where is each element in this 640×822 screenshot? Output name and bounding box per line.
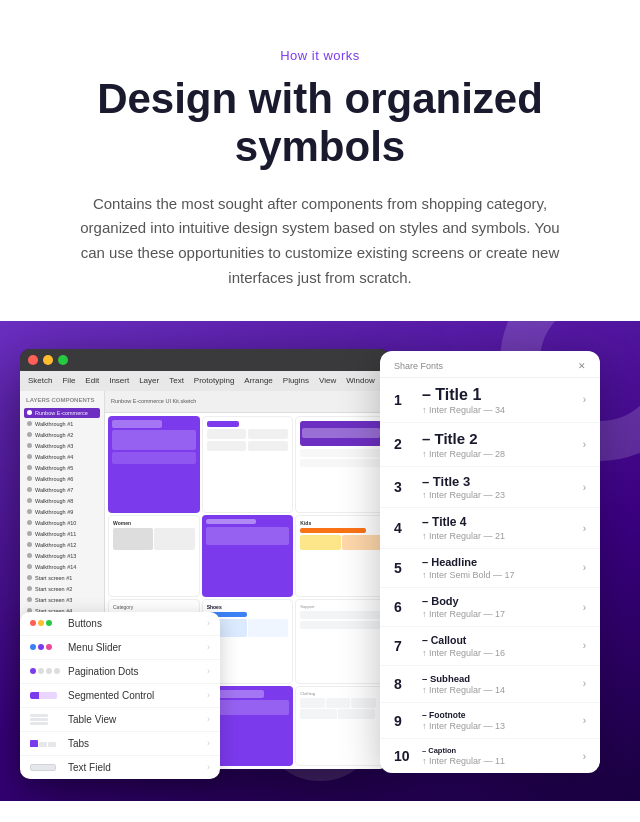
screen-card-1 [108, 416, 200, 514]
screen-card-6: Kids [295, 515, 387, 597]
element-pagination[interactable]: Pagination Dots › [20, 660, 220, 684]
how-it-works-label: How it works [60, 48, 580, 63]
element-arrow-text-field: › [207, 762, 210, 772]
menu-item-3[interactable]: 4 – Title 4 ↑ Inter Regular — 21 › [380, 508, 600, 548]
element-menu-slider[interactable]: Menu Slider › [20, 636, 220, 660]
screen-card-9: Support [295, 599, 387, 684]
typography-menu-panel: Share Fonts ✕ 1 – Title 1 ↑ Inter Regula… [380, 351, 600, 774]
sidebar-item-16[interactable]: Start screen #2 [24, 584, 100, 594]
sidebar-item-11[interactable]: Walkthrough #11 [24, 529, 100, 539]
sidebar-item-8[interactable]: Walkthrough #8 [24, 496, 100, 506]
menu-item-7[interactable]: 8 – Subhead ↑ Inter Regular — 14 › [380, 666, 600, 703]
menu-item-6[interactable]: 7 – Callout ↑ Inter Regular — 16 › [380, 627, 600, 666]
screen-card-2 [202, 416, 294, 514]
screen-card-12: Clothing [295, 686, 387, 766]
sidebar-item-1[interactable]: Walkthrough #1 [24, 419, 100, 429]
element-buttons[interactable]: Buttons › [20, 612, 220, 636]
sidebar-item-0[interactable]: Runbow E-commerce [24, 408, 100, 418]
sidebar-item-3[interactable]: Walkthrough #3 [24, 441, 100, 451]
item-text-3: – Title 4 ↑ Inter Regular — 21 [422, 515, 577, 540]
mac-titlebar [20, 349, 390, 371]
mac-menubar: Sketch File Edit Insert Layer Text Proto… [20, 371, 390, 391]
menu-layer: Layer [139, 376, 159, 385]
item-text-7: – Subhead ↑ Inter Regular — 14 [422, 673, 577, 695]
item-number-1: 2 [394, 436, 422, 452]
item-sub-0: ↑ Inter Regular — 34 [422, 405, 577, 415]
item-sub-2: ↑ Inter Regular — 23 [422, 490, 577, 500]
element-table[interactable]: Table View › [20, 708, 220, 732]
element-icon-text-field [30, 764, 60, 771]
menu-window: Window [346, 376, 374, 385]
element-text-field[interactable]: Text Field › [20, 756, 220, 779]
item-title-7: – Subhead [422, 673, 577, 684]
item-arrow-8: › [583, 715, 586, 726]
item-number-0: 1 [394, 392, 422, 408]
element-icon-table [30, 714, 60, 725]
menu-panel-close: ✕ [578, 361, 586, 371]
sidebar-item-17[interactable]: Start screen #3 [24, 595, 100, 605]
element-label-table: Table View [68, 714, 116, 725]
item-text-5: – Body ↑ Inter Regular — 17 [422, 595, 577, 619]
item-text-1: – Title 2 ↑ Inter Regular — 28 [422, 430, 577, 459]
element-segmented[interactable]: Segmented Control › [20, 684, 220, 708]
element-icon-segmented [30, 692, 60, 699]
sidebar-item-6[interactable]: Walkthrough #6 [24, 474, 100, 484]
sidebar-item-5[interactable]: Walkthrough #5 [24, 463, 100, 473]
menu-item-5[interactable]: 6 – Body ↑ Inter Regular — 17 › [380, 588, 600, 627]
menu-item-0[interactable]: 1 – Title 1 ↑ Inter Regular — 34 › [380, 378, 600, 423]
item-arrow-6: › [583, 640, 586, 651]
element-icon-buttons [30, 620, 60, 626]
item-number-5: 6 [394, 599, 422, 615]
menu-arrange: Arrange [244, 376, 272, 385]
item-number-4: 5 [394, 560, 422, 576]
item-text-6: – Callout ↑ Inter Regular — 16 [422, 634, 577, 658]
item-text-2: – Title 3 ↑ Inter Regular — 23 [422, 474, 577, 501]
item-text-0: – Title 1 ↑ Inter Regular — 34 [422, 385, 577, 415]
item-title-9: – Caption [422, 746, 577, 755]
main-title: Design with organized symbols [60, 75, 580, 172]
item-arrow-4: › [583, 562, 586, 573]
menu-item-4[interactable]: 5 – Headline ↑ Inter Semi Bold — 17 › [380, 549, 600, 588]
menu-item-1[interactable]: 2 – Title 2 ↑ Inter Regular — 28 › [380, 423, 600, 467]
element-arrow-segmented: › [207, 690, 210, 700]
element-label-pagination: Pagination Dots [68, 666, 139, 677]
item-arrow-3: › [583, 523, 586, 534]
menu-item-9[interactable]: 10 – Caption ↑ Inter Regular — 11 › [380, 739, 600, 773]
item-arrow-0: › [583, 394, 586, 405]
sidebar-item-7[interactable]: Walkthrough #7 [24, 485, 100, 495]
element-tabs[interactable]: Tabs › [20, 732, 220, 756]
sidebar-item-4[interactable]: Walkthrough #4 [24, 452, 100, 462]
item-title-0: – Title 1 [422, 385, 577, 404]
item-text-9: – Caption ↑ Inter Regular — 11 [422, 746, 577, 766]
sidebar-item-15[interactable]: Start screen #1 [24, 573, 100, 583]
menu-insert: Insert [109, 376, 129, 385]
menu-panel-header: Share Fonts ✕ [380, 351, 600, 378]
menu-item-2[interactable]: 3 – Title 3 ↑ Inter Regular — 23 › [380, 467, 600, 509]
item-sub-8: ↑ Inter Regular — 13 [422, 721, 577, 731]
menu-item-8[interactable]: 9 – Footnote ↑ Inter Regular — 13 › [380, 703, 600, 739]
mac-dot-red [28, 355, 38, 365]
sidebar-item-9[interactable]: Walkthrough #9 [24, 507, 100, 517]
menu-text: Text [169, 376, 184, 385]
item-title-1: – Title 2 [422, 430, 577, 448]
item-sub-9: ↑ Inter Regular — 11 [422, 756, 577, 766]
element-arrow-table: › [207, 714, 210, 724]
bottom-section: Compatible with Sketch and [0, 801, 640, 822]
item-title-3: – Title 4 [422, 515, 577, 529]
item-sub-7: ↑ Inter Regular — 14 [422, 685, 577, 695]
toolbar-title: Runbow E-commerce UI Kit.sketch [111, 398, 196, 404]
item-text-8: – Footnote ↑ Inter Regular — 13 [422, 710, 577, 731]
header-section: How it works Design with organized symbo… [0, 0, 640, 321]
menu-proto: Prototyping [194, 376, 234, 385]
sidebar-item-13[interactable]: Walkthrough #13 [24, 551, 100, 561]
sidebar-item-14[interactable]: Walkthrough #14 [24, 562, 100, 572]
sidebar-item-12[interactable]: Walkthrough #12 [24, 540, 100, 550]
item-sub-6: ↑ Inter Regular — 16 [422, 648, 577, 658]
mac-dot-yellow [43, 355, 53, 365]
item-title-2: – Title 3 [422, 474, 577, 490]
sidebar-item-2[interactable]: Walkthrough #2 [24, 430, 100, 440]
item-sub-1: ↑ Inter Regular — 28 [422, 449, 577, 459]
sidebar-item-10[interactable]: Walkthrough #10 [24, 518, 100, 528]
menu-edit: Edit [85, 376, 99, 385]
menu-sketch: Sketch [28, 376, 52, 385]
